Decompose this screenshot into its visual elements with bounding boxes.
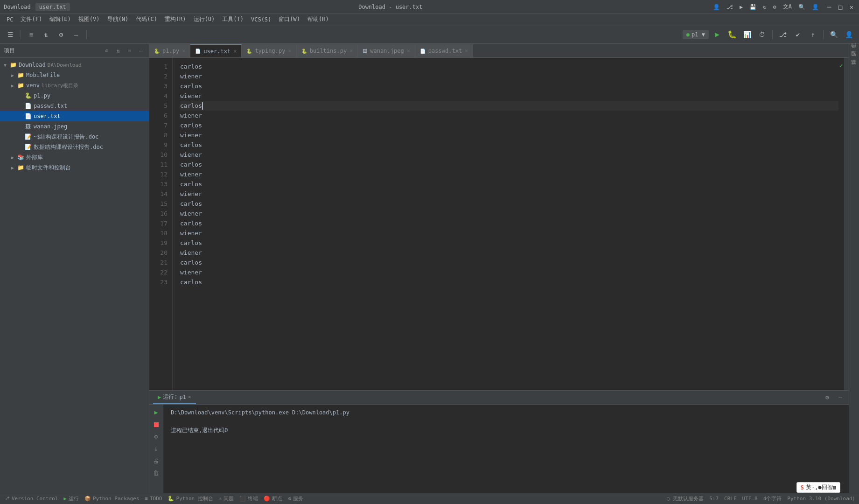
user-icon[interactable]: 👤 xyxy=(711,4,722,10)
collapse-btn[interactable]: – xyxy=(70,28,83,41)
side-label-notify[interactable]: 通知 xyxy=(849,57,859,64)
project-view-toggle[interactable]: ☰ xyxy=(4,28,17,41)
tab-wananjpeg[interactable]: 🖼 wanan.jpeg × xyxy=(358,44,415,57)
scroll-hint[interactable] xyxy=(844,58,849,390)
bottom-settings-btn[interactable]: ⚙ xyxy=(823,393,832,402)
structure-btn[interactable]: ≡ xyxy=(25,28,38,41)
tab-close-p1py[interactable]: × xyxy=(182,48,185,54)
search-toolbar-icon[interactable]: 🔍 xyxy=(796,4,807,10)
tree-item-usertxt[interactable]: ▶ 📄 user.txt xyxy=(0,111,149,121)
run-indicator[interactable]: ▶ xyxy=(738,4,745,10)
scroll-end-btn[interactable]: ↓ xyxy=(152,444,161,453)
menu-tools[interactable]: 工具(T) xyxy=(218,14,247,24)
clear-button[interactable]: 🗑 xyxy=(152,468,161,477)
translate-icon[interactable]: 文A xyxy=(781,3,794,11)
tab-typingpy[interactable]: 🐍 typing.py × xyxy=(242,44,296,57)
bookmark-btn[interactable]: ⇅ xyxy=(40,28,53,41)
panel-collapse-btn[interactable]: – xyxy=(136,46,145,56)
rerun-button[interactable]: ▶ xyxy=(152,407,161,417)
tree-item-passwdtxt[interactable]: ▶ 📄 passwd.txt xyxy=(0,101,149,111)
tree-item-doc2[interactable]: ▶ 📝 数据结构课程设计报告.doc xyxy=(0,142,149,152)
menu-refactor[interactable]: 重构(R) xyxy=(161,14,190,24)
status-breakpoints[interactable]: 🔴 断点 xyxy=(264,495,282,502)
run-button[interactable]: ▶ xyxy=(711,28,724,41)
tab-passwdtxt[interactable]: 📄 passwd.txt × xyxy=(415,44,473,57)
user-btn[interactable]: 👤 xyxy=(842,28,855,41)
side-label-bookmark[interactable]: 书签 xyxy=(849,65,859,73)
filter-button[interactable]: ⚙ xyxy=(152,432,161,441)
tab-close-typingpy[interactable]: × xyxy=(288,48,291,54)
run-tab-close[interactable]: × xyxy=(188,394,191,400)
status-no-service[interactable]: ◯ 无默认服务器 xyxy=(667,495,704,502)
run-config-selector[interactable]: ● p1 ▼ xyxy=(683,30,709,39)
branch-icon[interactable]: ⚙ xyxy=(771,4,778,10)
menu-nav[interactable]: 导航(N) xyxy=(104,14,133,24)
minimize-button[interactable]: ─ xyxy=(825,3,833,11)
tab-close-wananjpeg[interactable]: × xyxy=(407,48,410,54)
status-encoding[interactable]: UTF-8 xyxy=(742,496,758,502)
console-label: Python 控制台 xyxy=(176,495,213,502)
stop-button[interactable]: ⏹ xyxy=(152,420,161,429)
status-python-version[interactable]: Python 3.10 (Download) xyxy=(787,496,855,502)
menu-edit[interactable]: 编辑(E) xyxy=(46,14,75,24)
push-btn[interactable]: ↑ xyxy=(806,28,819,41)
close-button[interactable]: ✕ xyxy=(848,3,855,11)
status-python-console[interactable]: 🐍 Python 控制台 xyxy=(168,495,213,502)
print-button[interactable]: 🖨 xyxy=(152,456,161,465)
tree-item-extlib[interactable]: ▶ 📚 外部库 xyxy=(0,152,149,162)
panel-add-btn[interactable]: ⊕ xyxy=(102,46,112,56)
tree-item-scratch[interactable]: ▶ 📁 临时文件和控制台 xyxy=(0,162,149,173)
git-btn[interactable]: ⎇ xyxy=(776,28,789,41)
panel-sort-btn[interactable]: ⇅ xyxy=(113,46,123,56)
commit-icon[interactable]: 💾 xyxy=(747,4,758,10)
tree-item-download[interactable]: ▼ 📁 Download DA\Download xyxy=(0,60,149,70)
status-terminal[interactable]: ⬛ 终端 xyxy=(239,495,258,502)
maximize-button[interactable]: □ xyxy=(837,3,844,11)
menu-vcs[interactable]: VCS(S) xyxy=(247,15,275,24)
tab-close-builtinspy[interactable]: × xyxy=(349,48,353,54)
side-label-plugin[interactable]: 插件 xyxy=(849,49,859,56)
tab-p1py[interactable]: 🐍 p1.py × xyxy=(149,44,190,57)
update-icon[interactable]: ↻ xyxy=(761,4,768,10)
panel-options-btn[interactable]: ≡ xyxy=(125,46,134,56)
status-version-control[interactable]: ⎇ Version Control xyxy=(4,496,58,502)
menu-file[interactable]: 文件(F) xyxy=(17,14,46,24)
profile-btn[interactable]: ⏱ xyxy=(755,28,768,41)
search-btn[interactable]: 🔍 xyxy=(827,28,840,41)
bottom-tab-run[interactable]: ▶ 运行: p1 × xyxy=(153,391,196,404)
status-cursor[interactable]: 5:7 xyxy=(709,496,719,502)
status-crlf[interactable]: CRLF xyxy=(724,496,737,502)
tree-item-p1py[interactable]: ▶ 🐍 p1.py xyxy=(0,91,149,101)
problems-icon: ⚠ xyxy=(219,496,222,502)
menu-code[interactable]: 代码(C) xyxy=(132,14,161,24)
tree-item-mobilefile[interactable]: ▶ 📁 MobileFile xyxy=(0,70,149,80)
tab-close-usertxt[interactable]: × xyxy=(233,48,237,55)
commit-btn[interactable]: ✔ xyxy=(791,28,804,41)
tab-usertxt[interactable]: 📄 user.txt × xyxy=(190,44,242,57)
status-python-packages[interactable]: 📦 Python Packages xyxy=(84,496,139,502)
avatar-icon[interactable]: 👤 xyxy=(810,4,821,10)
vcs-icon[interactable]: ⎇ xyxy=(725,4,735,10)
code-area[interactable]: carlos wiener carlos wiener carlos wiene… xyxy=(173,58,838,390)
menu-run[interactable]: 运行(U) xyxy=(190,14,219,24)
status-problems[interactable]: ⚠ 问题 xyxy=(219,495,234,502)
project-tab[interactable]: user.txt xyxy=(35,3,70,11)
menu-view[interactable]: 视图(V) xyxy=(75,14,104,24)
status-run[interactable]: ▶ 运行 xyxy=(63,495,79,502)
tree-item-wananjpeg[interactable]: ▶ 🖼 wanan.jpeg xyxy=(0,121,149,132)
menu-pc[interactable]: PC xyxy=(3,15,17,24)
status-todo[interactable]: ≡ TODO xyxy=(145,496,162,502)
tab-builtinspy[interactable]: 🐍 builtins.py × xyxy=(297,44,358,57)
tab-close-passwdtxt[interactable]: × xyxy=(465,48,468,54)
debug-button[interactable]: 🐛 xyxy=(726,28,739,41)
status-indent[interactable]: 4个字符 xyxy=(763,495,782,502)
coverage-btn[interactable]: 📊 xyxy=(740,28,754,41)
ime-bar[interactable]: S 英·,●回智▦ xyxy=(796,482,840,493)
settings-btn[interactable]: ⚙ xyxy=(55,28,68,41)
status-services[interactable]: ⚙ 服务 xyxy=(288,495,303,502)
menu-help[interactable]: 帮助(H) xyxy=(304,14,333,24)
bottom-collapse-btn[interactable]: – xyxy=(836,393,845,402)
tree-item-venv[interactable]: ▶ 📁 venv library根目录 xyxy=(0,80,149,91)
tree-item-doc1[interactable]: ▶ 📝 ~$结构课程设计报告.doc xyxy=(0,132,149,142)
menu-window[interactable]: 窗口(W) xyxy=(275,14,304,24)
